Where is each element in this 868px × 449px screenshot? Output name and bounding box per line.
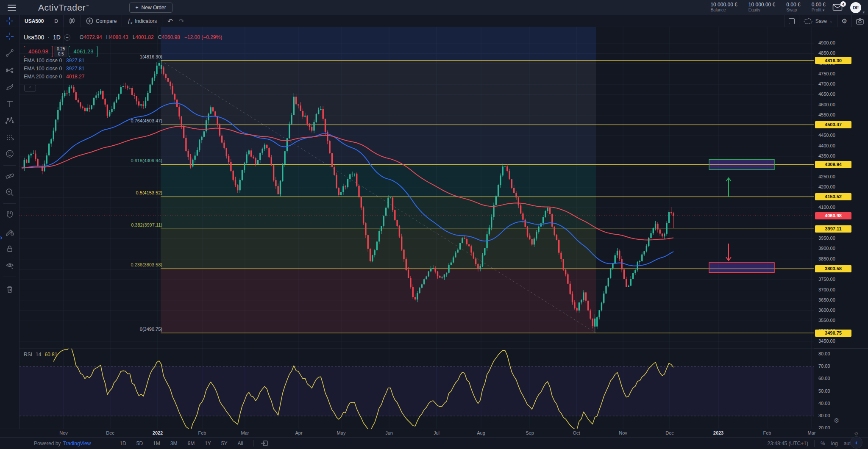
- buy-arrow-icon[interactable]: [726, 178, 731, 197]
- interval-button[interactable]: D: [49, 15, 64, 27]
- price-tick: 3700.00: [818, 287, 835, 292]
- app-logo: ActivTrader™: [38, 3, 89, 13]
- sell-button[interactable]: 4060.98: [24, 46, 53, 57]
- range-button-1m[interactable]: 1M: [150, 440, 164, 447]
- long-zone-rect[interactable]: [709, 159, 774, 169]
- plus-icon: +: [136, 5, 139, 11]
- range-button-5y[interactable]: 5Y: [218, 440, 231, 447]
- fib-level-label: 0.382(3997.11): [131, 222, 162, 227]
- object-tree-chevron-icon[interactable]: ›: [0, 234, 2, 241]
- time-axis[interactable]: ☼ NovDec2022FebMarAprMayJunJulAugSepOctN…: [0, 429, 868, 437]
- history-controls: ↶ ↷: [162, 15, 189, 27]
- xabcd-pattern-tool-icon[interactable]: [0, 114, 19, 128]
- time-label-month: Jul: [434, 430, 440, 435]
- chart-legend: Usa500 · 1D − O4072.94 H4080.43 L4001.82…: [24, 34, 222, 41]
- bottom-bar: Powered by TradingView 1D5D1M3M6M1Y5YAll…: [0, 437, 868, 449]
- snapshot-button[interactable]: [851, 15, 868, 27]
- high-value: 4080.43: [110, 34, 128, 40]
- rsi-tick: 80.00: [818, 351, 830, 356]
- indicator-row[interactable]: EMA 200 close 04018.27: [24, 74, 84, 80]
- legend-symbol[interactable]: Usa500: [24, 34, 44, 41]
- mail-button[interactable]: 4: [832, 3, 843, 12]
- trend-line-tool-icon[interactable]: [0, 46, 19, 60]
- price-tick: 4650.00: [818, 91, 835, 97]
- magnet-tool-icon[interactable]: [0, 208, 19, 222]
- toolbar-right: Save ⌄ ⚙: [784, 15, 868, 27]
- zoom-in-tool-icon[interactable]: [0, 185, 19, 200]
- collapse-panel-button[interactable]: ‹: [850, 436, 862, 449]
- redo-icon[interactable]: ↷: [179, 17, 184, 25]
- legend-interval: 1D: [53, 34, 61, 41]
- percent-scale-button[interactable]: %: [821, 441, 825, 446]
- range-button-1y[interactable]: 1Y: [201, 440, 214, 447]
- log-scale-button[interactable]: log: [831, 441, 838, 446]
- new-order-button[interactable]: + New Order: [129, 3, 172, 13]
- draw-lock-tool-icon[interactable]: [0, 224, 19, 239]
- indicator-value: 3927.81: [66, 66, 84, 72]
- gann-fib-tool-icon[interactable]: [0, 63, 19, 78]
- indicator-row[interactable]: EMA 100 close 03927.81: [24, 58, 84, 64]
- indicator-row[interactable]: EMA 100 close 03927.81: [24, 66, 84, 72]
- layout-button[interactable]: [784, 15, 799, 27]
- chart-style-button[interactable]: [64, 15, 81, 27]
- price-tick: 4900.00: [818, 40, 835, 45]
- price-tick: 3650.00: [818, 297, 835, 302]
- indicator-value: 3927.81: [66, 58, 84, 64]
- time-label-month: Nov: [619, 430, 627, 435]
- avatar[interactable]: DF: [850, 2, 861, 13]
- fib-level-label: 0.5(4153.52): [136, 190, 162, 195]
- hamburger-menu-icon[interactable]: [8, 5, 16, 11]
- short-zone-rect[interactable]: [709, 263, 774, 272]
- crosshair-mode-button[interactable]: [0, 15, 19, 27]
- price-tick: 3550.00: [818, 318, 835, 323]
- lock-all-tool-icon[interactable]: [0, 241, 19, 256]
- go-to-date-button[interactable]: [253, 440, 268, 446]
- rsi-tick: 40.00: [818, 401, 830, 406]
- fib-axis-flag: 4153.52: [815, 193, 851, 200]
- save-layout-button[interactable]: Save ⌄: [799, 15, 837, 27]
- rsi-settings-gear-icon[interactable]: ⚙: [834, 417, 839, 424]
- fib-level-label: 0.618(4309.94): [131, 158, 162, 163]
- symbol-button[interactable]: USA500: [19, 15, 49, 27]
- undo-icon[interactable]: ↶: [167, 17, 173, 25]
- chart-plot[interactable]: Usa500 · 1D − O4072.94 H4080.43 L4001.82…: [19, 27, 814, 429]
- camera-icon: [856, 18, 864, 25]
- time-label-month: Aug: [477, 430, 485, 435]
- account-summary: 10 000.00 € Balance 10 000.00 € Equity 0…: [710, 0, 826, 15]
- time-label-month: Apr: [295, 430, 302, 435]
- price-axis[interactable]: ⚙ 4900.004850.004800.004750.004700.00465…: [814, 27, 868, 429]
- fib-axis-flag: 4503.47: [815, 121, 851, 128]
- price-tick: 3900.00: [818, 246, 835, 251]
- range-button-6m[interactable]: 6M: [184, 440, 198, 447]
- tradingview-link[interactable]: TradingView: [63, 441, 91, 446]
- fib-axis-flag: 4816.30: [815, 57, 851, 64]
- range-button-5d[interactable]: 5D: [133, 440, 146, 447]
- fib-level-label: 1(4816.30): [140, 54, 162, 59]
- buy-button[interactable]: 4061.23: [69, 46, 98, 57]
- sell-arrow-icon[interactable]: [726, 244, 731, 261]
- avatar-chevron-icon: ▾: [862, 10, 865, 14]
- forecast-tool-icon[interactable]: [0, 130, 19, 144]
- hide-drawings-tool-icon[interactable]: [0, 258, 19, 273]
- chart-settings-button[interactable]: ⚙: [837, 15, 851, 27]
- compare-button[interactable]: Compare: [81, 15, 122, 27]
- range-button-1d[interactable]: 1D: [116, 440, 129, 447]
- time-label-month: Nov: [59, 430, 68, 435]
- range-button-3m[interactable]: 3M: [167, 440, 181, 447]
- collapse-legend-button[interactable]: ⌃: [24, 85, 36, 91]
- gear-icon: ⚙: [842, 17, 847, 25]
- brightness-icon[interactable]: ☼: [854, 430, 859, 436]
- emoji-tool-icon[interactable]: [0, 147, 19, 161]
- crosshair-tool-icon[interactable]: [0, 29, 19, 44]
- fib-level-label: 0.764(4503.47): [131, 118, 162, 123]
- indicators-button[interactable]: ƒx Indicators: [122, 15, 162, 27]
- hide-indicator-icon[interactable]: −: [64, 34, 70, 41]
- delete-tool-icon[interactable]: [0, 282, 19, 297]
- profit-column[interactable]: 0.00 € Profit ▾: [812, 2, 826, 13]
- spread-indicator: 0.250.5: [54, 46, 67, 57]
- ruler-tool-icon[interactable]: [0, 169, 19, 183]
- range-button-all[interactable]: All: [234, 440, 247, 447]
- brush-tool-icon[interactable]: [0, 80, 19, 94]
- text-tool-icon[interactable]: [0, 97, 19, 111]
- equity-value: 10 000.00 €: [748, 2, 775, 8]
